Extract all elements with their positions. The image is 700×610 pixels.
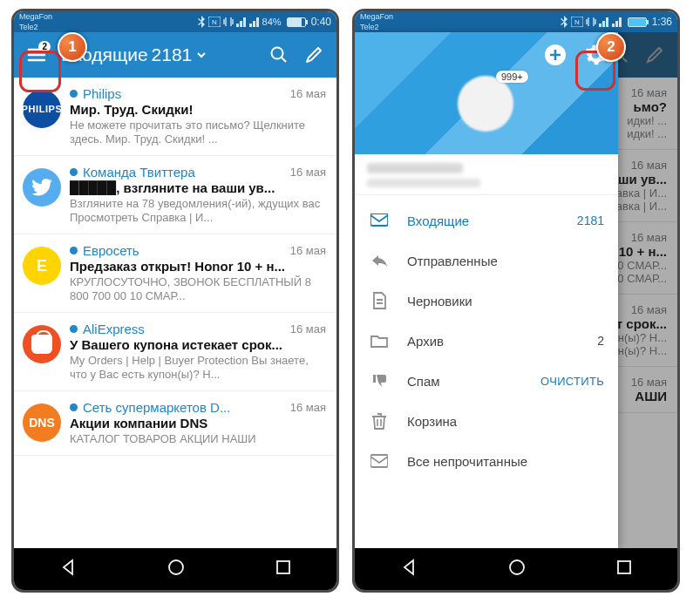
list-item[interactable]: DNSСеть супермаркетов D...16 маяАкции ко… <box>14 391 336 456</box>
avatar: Е <box>23 247 61 285</box>
sender: Команда Твиттера <box>83 165 195 180</box>
snippet: My Orders | Help | Buyer Protection Вы з… <box>70 354 326 382</box>
list-item[interactable]: ЕЕвросеть16 маяПредзаказ открыт! Honor 1… <box>14 234 336 313</box>
nav-drawer: 999+ Входящие2181ОтправленныеЧерновикиАр… <box>355 32 618 548</box>
signal-icon <box>599 17 609 27</box>
reply-icon <box>370 254 388 268</box>
drawer-item-drafts[interactable]: Черновики <box>355 281 618 321</box>
drawer-item-trash[interactable]: Корзина <box>355 401 618 441</box>
subject: █████, взгляните на ваши ув... <box>70 180 326 195</box>
snippet: Взгляните на 78 уведомления(-ий), ждущих… <box>70 197 326 225</box>
date: 16 мая <box>283 244 326 257</box>
nav-home[interactable] <box>167 558 186 580</box>
carrier-1: MegaFon <box>360 11 393 22</box>
drawer-item-unread[interactable]: Все непрочитанные <box>355 441 618 481</box>
drawer-item-spam[interactable]: СпамОЧИСТИТЬ <box>355 361 618 401</box>
avatar <box>23 168 61 207</box>
compose-button[interactable] <box>296 37 331 72</box>
folder-icon <box>370 334 388 348</box>
label: Корзина <box>407 414 604 429</box>
drawer-item-inbox[interactable]: Входящие2181 <box>355 200 618 241</box>
status-bar: MegaFon Tele2 N 1:36 <box>355 11 677 32</box>
profile-info[interactable] <box>355 154 618 195</box>
nav-home[interactable] <box>507 558 527 580</box>
sender: Philips <box>83 86 121 101</box>
signal2-icon <box>249 17 260 27</box>
bag-icon <box>31 335 52 354</box>
clock: 0:40 <box>311 16 331 28</box>
subject: У Вашего купона истекает срок... <box>70 337 326 352</box>
svg-text:N: N <box>212 18 217 26</box>
search-icon <box>269 45 289 64</box>
label: Входящие <box>407 214 577 228</box>
inbox-icon <box>370 214 388 227</box>
svg-rect-4 <box>277 561 289 573</box>
list-item[interactable]: Команда Твиттера16 мая█████, взгляните н… <box>14 156 336 234</box>
callout-badge-2: 2 <box>596 32 626 62</box>
list-item[interactable]: PHILIPSPhilips16 маяМир. Труд. Скидки!Не… <box>14 78 336 156</box>
avatar[interactable] <box>458 76 513 132</box>
search-button[interactable] <box>262 37 296 72</box>
unread-dot <box>70 247 78 254</box>
date: 16 мая <box>283 401 326 414</box>
avatar: PHILIPS <box>23 90 61 128</box>
bluetooth-icon <box>560 16 568 28</box>
svg-rect-9 <box>370 214 388 226</box>
phone-left: MegaFon Tele2 N 84% 0:40 2 Входящие 2181 <box>11 9 339 593</box>
snippet: КРУГЛОСУТОЧНО, ЗВОНОК БЕСПЛАТНЫЙ 8 800 7… <box>70 275 326 303</box>
profile-name-blurred <box>367 163 463 173</box>
snippet: КАТАЛОГ ТОВАРОВ АКЦИИ НАШИ <box>70 432 326 446</box>
unread-dot <box>70 90 78 98</box>
drawer-item-archive[interactable]: Архив2 <box>355 321 618 361</box>
nav-back[interactable] <box>58 558 78 580</box>
label: Спам <box>407 374 540 389</box>
vibrate-icon <box>223 17 234 27</box>
email-list: PHILIPSPhilips16 маяМир. Труд. Скидки!Не… <box>14 78 336 548</box>
list-item[interactable]: AliExpress16 маяУ Вашего купона истекает… <box>14 313 336 391</box>
date: 16 мая <box>283 87 326 100</box>
status-bar: MegaFon Tele2 N 84% 0:40 <box>14 11 336 32</box>
sender: Евросеть <box>83 243 139 258</box>
svg-text:N: N <box>574 18 580 26</box>
svg-rect-10 <box>370 455 388 467</box>
battery-icon <box>287 17 306 27</box>
pencil-icon <box>304 45 323 64</box>
nav-recent[interactable] <box>275 559 292 580</box>
signal-icon <box>236 17 247 27</box>
nav-recent[interactable] <box>615 559 633 580</box>
avatar: DNS <box>23 403 61 442</box>
subject: Мир. Труд. Скидки! <box>70 102 326 117</box>
date: 16 мая <box>283 322 326 336</box>
bluetooth-icon <box>197 16 206 28</box>
nav-back[interactable] <box>399 558 418 580</box>
thumb-down-icon <box>370 373 388 389</box>
appbar-title[interactable]: Входящие 2181 <box>61 44 262 65</box>
svg-point-11 <box>510 560 524 574</box>
label: Все непрочитанные <box>407 454 604 469</box>
android-navbar <box>14 548 336 590</box>
carrier-2: Tele2 <box>360 22 393 32</box>
battery-icon <box>628 17 647 27</box>
svg-point-3 <box>169 560 183 574</box>
sender: AliExpress <box>83 322 145 336</box>
plus-circle-icon <box>544 44 567 66</box>
chevron-down-icon <box>195 49 207 61</box>
unread-badge: 999+ <box>496 71 528 83</box>
drawer-item-sent[interactable]: Отправленные <box>355 241 618 281</box>
count: 2 <box>597 334 604 348</box>
svg-point-2 <box>272 48 283 59</box>
subject: Акции компании DNS <box>70 416 326 430</box>
label: Архив <box>407 334 597 349</box>
callout-badge-1: 1 <box>58 32 87 62</box>
clock: 1:36 <box>652 16 672 28</box>
unread-dot <box>70 168 78 176</box>
phone-right: MegaFon Tele2 N 1:36 16 маяьмо?идки! ...… <box>352 9 680 593</box>
label: Отправленные <box>407 254 604 268</box>
add-account-button[interactable] <box>538 37 573 72</box>
carrier-1: MegaFon <box>19 11 52 22</box>
carrier-2: Tele2 <box>19 22 52 32</box>
date: 16 мая <box>283 166 326 179</box>
mail-icon <box>370 454 388 468</box>
clear-action[interactable]: ОЧИСТИТЬ <box>540 375 604 388</box>
title-count: 2181 <box>152 44 193 65</box>
